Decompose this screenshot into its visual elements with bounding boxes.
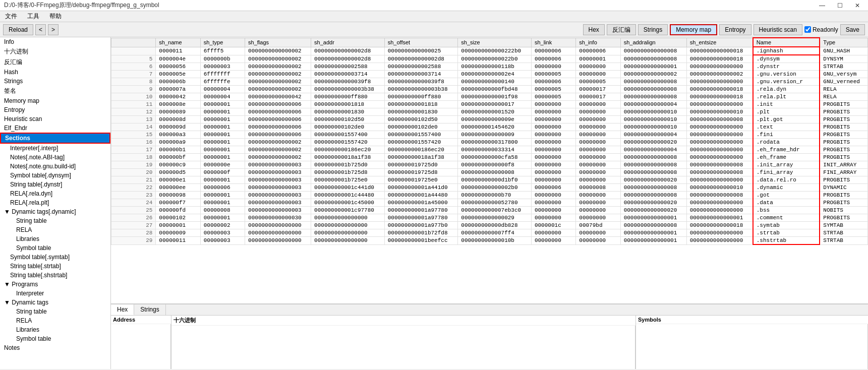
table-row[interactable]: 2600000102000000010000000000000030000000… bbox=[111, 214, 868, 222]
sidebar-item-4[interactable]: Strings bbox=[0, 77, 110, 86]
table-row[interactable]: 1200000089000000010000000000000006000000… bbox=[111, 108, 868, 116]
sidebar-item-26[interactable]: ▼ Programs bbox=[0, 280, 110, 289]
table-row[interactable]: 2800000009000000030000000000000000000000… bbox=[111, 229, 868, 237]
forward-button[interactable]: > bbox=[48, 24, 59, 35]
table-row[interactable]: 90000007a0000000400000000000000020000000… bbox=[111, 86, 868, 93]
address-col bbox=[111, 324, 171, 369]
sidebar-item-3[interactable]: Hash bbox=[0, 68, 110, 77]
sidebar-item-18[interactable]: ▼ Dynamic tags[.dynamic] bbox=[0, 207, 110, 216]
col-sh_offset[interactable]: sh_offset bbox=[384, 38, 458, 47]
table-row[interactable]: 1000000042000000040000000000000042000000… bbox=[111, 93, 868, 101]
table-row[interactable]: 21000000e1000000010000000000000003000000… bbox=[111, 176, 868, 184]
close-button[interactable]: ✕ bbox=[851, 2, 864, 9]
sections-table-container[interactable]: sh_name sh_type sh_flags sh_addr sh_offs… bbox=[111, 37, 868, 303]
sidebar-item-6[interactable]: Memory map bbox=[0, 96, 110, 105]
col-sh_link[interactable]: sh_link bbox=[531, 38, 575, 47]
entropy-button[interactable]: Entropy bbox=[719, 24, 751, 35]
sidebar-item-9[interactable]: Elf_Ehdr bbox=[0, 124, 110, 133]
table-row[interactable]: 50000004e0000000b00000000000000020000000… bbox=[111, 55, 868, 63]
readonly-checkbox[interactable] bbox=[804, 26, 811, 33]
table-row[interactable]: 16000000a9000000010000000000000002000000… bbox=[111, 139, 868, 146]
bottom-tabs: Hex Strings bbox=[111, 304, 868, 316]
sidebar-item-29[interactable]: String table bbox=[0, 307, 110, 316]
menu-tools[interactable]: 工具 bbox=[24, 11, 42, 22]
sidebar-item-33[interactable]: Notes bbox=[0, 343, 110, 352]
disasm-button[interactable]: 反汇编 bbox=[607, 24, 636, 35]
table-row[interactable]: 18000000bf000000010000000000000002000000… bbox=[111, 154, 868, 161]
col-sh_name[interactable]: sh_name bbox=[156, 38, 200, 47]
col-sh_type[interactable]: sh_type bbox=[200, 38, 245, 47]
menu-help[interactable]: 帮助 bbox=[46, 11, 65, 22]
heuristic-scan-button[interactable]: Heuristic scan bbox=[754, 24, 802, 35]
menu-file[interactable]: 文件 bbox=[2, 11, 20, 22]
readonly-label[interactable]: Readonly bbox=[804, 26, 838, 33]
col-type[interactable]: Type bbox=[820, 38, 867, 47]
sidebar-item-14[interactable]: Symbol table[.dynsym] bbox=[0, 171, 110, 180]
table-row[interactable]: 110000008e000000010000000000000006000000… bbox=[111, 101, 868, 108]
table-row[interactable]: 2700000001000000020000000000000000000000… bbox=[111, 222, 868, 229]
sidebar-item-25[interactable]: String table[.shstrtab] bbox=[0, 271, 110, 280]
sidebar-item-22[interactable]: Symbol table bbox=[0, 243, 110, 253]
sidebar-item-0[interactable]: Info bbox=[0, 37, 110, 46]
col-num bbox=[111, 38, 156, 47]
col-sh_entsize[interactable]: sh_entsize bbox=[686, 38, 753, 47]
sidebar-item-10[interactable]: Sections bbox=[0, 133, 110, 144]
table-row[interactable]: 140000009d000000010000000000000006000000… bbox=[111, 124, 868, 131]
back-button[interactable]: < bbox=[35, 24, 46, 35]
table-row[interactable]: 6000000560000000300000000000000020000000… bbox=[111, 63, 868, 71]
col-sh_flags[interactable]: sh_flags bbox=[245, 38, 311, 47]
table-row[interactable]: 80000006b6ffffffe00000000000000020000000… bbox=[111, 78, 868, 86]
table-row[interactable]: 20000000d50000000f0000000000000003000000… bbox=[111, 169, 868, 176]
sidebar-item-27[interactable]: Interpreter bbox=[0, 289, 110, 298]
table-row[interactable]: 00000116ffff5000000000000000200000000000… bbox=[111, 47, 868, 55]
strings-button[interactable]: Strings bbox=[638, 24, 668, 35]
sidebar-item-2[interactable]: 反汇编 bbox=[0, 57, 110, 68]
bottom-content: Address 十六进制 Symbols bbox=[111, 316, 868, 369]
table-row[interactable]: 25000000fd000000080000000000000003000000… bbox=[111, 207, 868, 214]
bottom-panel: Hex Strings Address 十六进制 Symbols bbox=[111, 303, 868, 369]
table-row[interactable]: 22000000ee000000060000000000000003000000… bbox=[111, 184, 868, 192]
col-sh_addr[interactable]: sh_addr bbox=[311, 38, 385, 47]
col-sh_addralign[interactable]: sh_addralign bbox=[620, 38, 686, 47]
col-sh_info[interactable]: sh_info bbox=[576, 38, 620, 47]
save-button[interactable]: Save bbox=[840, 24, 865, 35]
sidebar-item-13[interactable]: Notes[.note.gnu.build-id] bbox=[0, 162, 110, 171]
col-sh_size[interactable]: sh_size bbox=[458, 38, 532, 47]
sidebar-item-11[interactable]: Interpreter[.interp] bbox=[0, 144, 110, 153]
table-row[interactable]: 17000000b1000000010000000000000002000000… bbox=[111, 146, 868, 154]
sidebar-item-15[interactable]: String table[.dynstr] bbox=[0, 180, 110, 189]
minimize-button[interactable]: — bbox=[815, 2, 829, 9]
tab-strings[interactable]: Strings bbox=[134, 304, 165, 315]
sidebar-item-17[interactable]: RELA[.rela.plt] bbox=[0, 198, 110, 207]
memory-map-button[interactable]: Memory map bbox=[670, 24, 717, 35]
reload-button[interactable]: Reload bbox=[3, 24, 33, 35]
sidebar-item-16[interactable]: RELA[.rela.dyn] bbox=[0, 189, 110, 198]
tab-hex[interactable]: Hex bbox=[111, 304, 134, 315]
window-title: D:/0-博客/0-FFmpeg原理/debug-ffmpeg/ffmpeg_g… bbox=[4, 1, 159, 10]
sidebar-item-7[interactable]: Entropy bbox=[0, 105, 110, 114]
table-row[interactable]: 70000005e6fffffff00000000000000020000000… bbox=[111, 71, 868, 78]
sidebar-item-28[interactable]: ▼ Dynamic tags bbox=[0, 298, 110, 307]
title-bar: D:/0-博客/0-FFmpeg原理/debug-ffmpeg/ffmpeg_g… bbox=[0, 0, 868, 11]
sidebar-item-19[interactable]: String table bbox=[0, 216, 110, 225]
hex-button[interactable]: Hex bbox=[583, 24, 605, 35]
table-row[interactable]: 19000000c90000000e0000000000000003000000… bbox=[111, 161, 868, 169]
table-row[interactable]: 2300000098000000010000000000000003000000… bbox=[111, 192, 868, 199]
table-row[interactable]: 2900000011000000030000000000000000000000… bbox=[111, 237, 868, 245]
table-row[interactable]: 15000000a3000000010000000000000006000000… bbox=[111, 131, 868, 139]
sidebar-item-30[interactable]: RELA bbox=[0, 316, 110, 325]
sidebar-item-21[interactable]: Libraries bbox=[0, 234, 110, 243]
maximize-button[interactable]: ☐ bbox=[833, 2, 847, 9]
sidebar-item-8[interactable]: Heuristic scan bbox=[0, 114, 110, 124]
sidebar-item-23[interactable]: Symbol table[.symtab] bbox=[0, 253, 110, 262]
table-row[interactable]: 130000008d000000010000000000000006000000… bbox=[111, 116, 868, 124]
sidebar-item-32[interactable]: Symbol table bbox=[0, 334, 110, 343]
sidebar-item-31[interactable]: Libraries bbox=[0, 325, 110, 334]
sidebar-item-24[interactable]: String table[.strtab] bbox=[0, 262, 110, 271]
sidebar-item-1[interactable]: 十六进制 bbox=[0, 46, 110, 57]
sidebar-item-20[interactable]: RELA bbox=[0, 225, 110, 234]
sidebar-item-5[interactable]: 签名 bbox=[0, 86, 110, 96]
sidebar-item-12[interactable]: Notes[.note.ABI-tag] bbox=[0, 153, 110, 162]
col-name[interactable]: Name bbox=[753, 38, 820, 47]
table-row[interactable]: 24000000f7000000010000000000000003000000… bbox=[111, 199, 868, 207]
